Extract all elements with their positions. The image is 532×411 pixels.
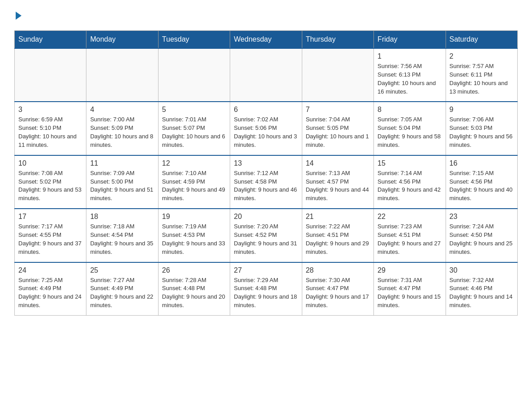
day-info: Sunrise: 7:14 AM Sunset: 4:56 PM Dayligh…	[378, 169, 442, 203]
calendar-cell: 13Sunrise: 7:12 AM Sunset: 4:58 PM Dayli…	[230, 155, 302, 209]
day-info: Sunrise: 7:01 AM Sunset: 5:07 PM Dayligh…	[162, 116, 226, 149]
day-number: 2	[450, 52, 514, 60]
weekday-header-wednesday: Wednesday	[230, 31, 302, 49]
calendar-cell: 30Sunrise: 7:32 AM Sunset: 4:46 PM Dayli…	[446, 262, 517, 316]
day-number: 21	[306, 213, 370, 221]
day-info: Sunrise: 7:06 AM Sunset: 5:03 PM Dayligh…	[450, 116, 514, 149]
calendar-cell: 24Sunrise: 7:25 AM Sunset: 4:49 PM Dayli…	[15, 262, 86, 316]
weekday-header-friday: Friday	[374, 31, 446, 49]
day-number: 26	[162, 266, 226, 274]
logo-arrow-icon	[16, 12, 21, 20]
calendar-cell: 15Sunrise: 7:14 AM Sunset: 4:56 PM Dayli…	[374, 155, 446, 209]
day-number: 13	[234, 159, 298, 167]
day-number: 8	[378, 106, 442, 114]
day-info: Sunrise: 7:10 AM Sunset: 4:59 PM Dayligh…	[162, 169, 226, 203]
calendar-body: 1Sunrise: 7:56 AM Sunset: 6:13 PM Daylig…	[15, 48, 518, 315]
day-number: 16	[450, 159, 514, 167]
day-info: Sunrise: 7:25 AM Sunset: 4:49 PM Dayligh…	[18, 276, 82, 310]
weekday-header-sunday: Sunday	[15, 31, 86, 49]
day-number: 23	[450, 213, 514, 221]
calendar-cell: 10Sunrise: 7:08 AM Sunset: 5:02 PM Dayli…	[15, 155, 86, 209]
day-info: Sunrise: 7:08 AM Sunset: 5:02 PM Dayligh…	[18, 169, 82, 203]
day-number: 20	[234, 213, 298, 221]
day-number: 22	[378, 213, 442, 221]
weekday-header-saturday: Saturday	[446, 31, 517, 49]
day-number: 18	[90, 213, 154, 221]
calendar-cell: 2Sunrise: 7:57 AM Sunset: 6:11 PM Daylig…	[446, 48, 517, 102]
calendar-cell: 3Sunrise: 6:59 AM Sunset: 5:10 PM Daylig…	[15, 102, 86, 155]
day-number: 15	[378, 159, 442, 167]
calendar-cell: 17Sunrise: 7:17 AM Sunset: 4:55 PM Dayli…	[15, 209, 86, 262]
calendar-cell	[302, 48, 373, 102]
calendar-cell: 22Sunrise: 7:23 AM Sunset: 4:51 PM Dayli…	[374, 209, 446, 262]
logo	[14, 11, 21, 20]
day-number: 29	[378, 266, 442, 274]
calendar-table: SundayMondayTuesdayWednesdayThursdayFrid…	[14, 30, 518, 316]
calendar-cell: 5Sunrise: 7:01 AM Sunset: 5:07 PM Daylig…	[158, 102, 230, 155]
day-info: Sunrise: 7:17 AM Sunset: 4:55 PM Dayligh…	[18, 223, 82, 256]
day-number: 17	[18, 213, 82, 221]
calendar-cell: 8Sunrise: 7:05 AM Sunset: 5:04 PM Daylig…	[374, 102, 446, 155]
day-number: 14	[306, 159, 370, 167]
weekday-header-row: SundayMondayTuesdayWednesdayThursdayFrid…	[15, 31, 518, 49]
day-info: Sunrise: 7:57 AM Sunset: 6:11 PM Dayligh…	[450, 62, 514, 96]
day-number: 5	[162, 106, 226, 114]
day-number: 11	[90, 159, 154, 167]
day-number: 24	[18, 266, 82, 274]
calendar-cell: 19Sunrise: 7:19 AM Sunset: 4:53 PM Dayli…	[158, 209, 230, 262]
day-info: Sunrise: 7:27 AM Sunset: 4:49 PM Dayligh…	[90, 276, 154, 310]
day-info: Sunrise: 7:32 AM Sunset: 4:46 PM Dayligh…	[450, 276, 514, 310]
day-info: Sunrise: 7:13 AM Sunset: 4:57 PM Dayligh…	[306, 169, 370, 203]
day-number: 9	[450, 106, 514, 114]
calendar-week-row: 3Sunrise: 6:59 AM Sunset: 5:10 PM Daylig…	[15, 102, 518, 155]
day-number: 7	[306, 106, 370, 114]
calendar-cell: 29Sunrise: 7:31 AM Sunset: 4:47 PM Dayli…	[374, 262, 446, 316]
calendar-cell: 6Sunrise: 7:02 AM Sunset: 5:06 PM Daylig…	[230, 102, 302, 155]
day-number: 19	[162, 213, 226, 221]
day-info: Sunrise: 7:04 AM Sunset: 5:05 PM Dayligh…	[306, 116, 370, 149]
day-info: Sunrise: 7:09 AM Sunset: 5:00 PM Dayligh…	[90, 169, 154, 203]
day-info: Sunrise: 7:20 AM Sunset: 4:52 PM Dayligh…	[234, 223, 298, 256]
day-info: Sunrise: 7:02 AM Sunset: 5:06 PM Dayligh…	[234, 116, 298, 149]
day-info: Sunrise: 7:56 AM Sunset: 6:13 PM Dayligh…	[378, 62, 442, 96]
day-number: 6	[234, 106, 298, 114]
calendar-cell: 7Sunrise: 7:04 AM Sunset: 5:05 PM Daylig…	[302, 102, 373, 155]
day-info: Sunrise: 7:29 AM Sunset: 4:48 PM Dayligh…	[234, 276, 298, 310]
day-info: Sunrise: 7:31 AM Sunset: 4:47 PM Dayligh…	[378, 276, 442, 310]
day-number: 25	[90, 266, 154, 274]
calendar-week-row: 1Sunrise: 7:56 AM Sunset: 6:13 PM Daylig…	[15, 48, 518, 102]
calendar-cell: 28Sunrise: 7:30 AM Sunset: 4:47 PM Dayli…	[302, 262, 373, 316]
weekday-header-monday: Monday	[86, 31, 158, 49]
day-info: Sunrise: 7:18 AM Sunset: 4:54 PM Dayligh…	[90, 223, 154, 256]
calendar-cell: 20Sunrise: 7:20 AM Sunset: 4:52 PM Dayli…	[230, 209, 302, 262]
calendar-cell	[158, 48, 230, 102]
day-number: 3	[18, 106, 82, 114]
day-info: Sunrise: 7:22 AM Sunset: 4:51 PM Dayligh…	[306, 223, 370, 256]
calendar-cell	[230, 48, 302, 102]
weekday-header-thursday: Thursday	[302, 31, 373, 49]
calendar-cell: 27Sunrise: 7:29 AM Sunset: 4:48 PM Dayli…	[230, 262, 302, 316]
calendar-cell: 26Sunrise: 7:28 AM Sunset: 4:48 PM Dayli…	[158, 262, 230, 316]
day-info: Sunrise: 7:28 AM Sunset: 4:48 PM Dayligh…	[162, 276, 226, 310]
weekday-header-tuesday: Tuesday	[158, 31, 230, 49]
calendar-cell: 25Sunrise: 7:27 AM Sunset: 4:49 PM Dayli…	[86, 262, 158, 316]
calendar-header: SundayMondayTuesdayWednesdayThursdayFrid…	[15, 31, 518, 49]
day-number: 12	[162, 159, 226, 167]
calendar-cell: 21Sunrise: 7:22 AM Sunset: 4:51 PM Dayli…	[302, 209, 373, 262]
day-number: 27	[234, 266, 298, 274]
day-info: Sunrise: 7:23 AM Sunset: 4:51 PM Dayligh…	[378, 223, 442, 256]
day-info: Sunrise: 7:24 AM Sunset: 4:50 PM Dayligh…	[450, 223, 514, 256]
day-number: 1	[378, 52, 442, 60]
calendar-week-row: 10Sunrise: 7:08 AM Sunset: 5:02 PM Dayli…	[15, 155, 518, 209]
calendar-cell: 1Sunrise: 7:56 AM Sunset: 6:13 PM Daylig…	[374, 48, 446, 102]
calendar-cell: 4Sunrise: 7:00 AM Sunset: 5:09 PM Daylig…	[86, 102, 158, 155]
calendar-cell	[86, 48, 158, 102]
calendar-cell	[15, 48, 86, 102]
calendar-cell: 12Sunrise: 7:10 AM Sunset: 4:59 PM Dayli…	[158, 155, 230, 209]
calendar-cell: 23Sunrise: 7:24 AM Sunset: 4:50 PM Dayli…	[446, 209, 517, 262]
page-header	[14, 11, 518, 20]
calendar-cell: 14Sunrise: 7:13 AM Sunset: 4:57 PM Dayli…	[302, 155, 373, 209]
calendar-week-row: 24Sunrise: 7:25 AM Sunset: 4:49 PM Dayli…	[15, 262, 518, 316]
day-number: 30	[450, 266, 514, 274]
day-number: 4	[90, 106, 154, 114]
